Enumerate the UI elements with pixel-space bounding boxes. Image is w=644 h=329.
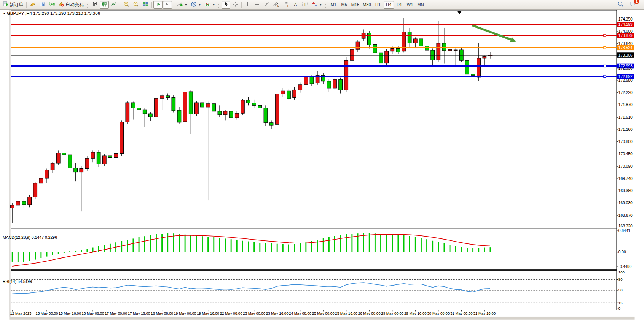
timeframe-button-MN[interactable]: MN [416,1,426,9]
svg-text:16 May 08:00: 16 May 08:00 [82,311,104,315]
chart-canvas[interactable]: 174.193173.879173.524172.993172.692173.3… [0,10,644,329]
timeframe-button-M5[interactable]: M5 [339,1,349,9]
timeframe-button-H1[interactable]: H1 [373,1,383,9]
svg-text:171.870: 171.870 [618,103,633,107]
separator [174,2,174,8]
periods-button[interactable]: ▼ [189,1,202,9]
autotrading-button[interactable]: 自动交易 [57,1,85,9]
separator [241,2,242,8]
timeframe-group: M1M5M15M30H1H4D1W1MN [328,1,426,9]
svg-text:172.930: 172.930 [618,66,633,70]
svg-text:22 May 08:00: 22 May 08:00 [220,311,242,315]
fibonacci-icon: F [283,1,289,8]
toolbar-group-handle[interactable] [325,2,327,8]
svg-text:31 May 16:00: 31 May 16:00 [473,311,496,315]
collapse-triangle-icon[interactable]: ▼ [3,12,6,15]
tile-windows-button[interactable] [141,1,150,9]
chart-title: ▼GBPJPY-,H4 173.290 173.393 173.210 173.… [3,11,100,16]
notifications-button[interactable]: 1 [628,1,638,9]
svg-text:174.350: 174.350 [618,17,633,21]
chart-template-icon [204,1,211,8]
svg-text:173.879: 173.879 [618,33,633,38]
timeframe-button-D1[interactable]: D1 [394,1,405,9]
price-tag-174.193: 174.193 [617,22,634,27]
styler-button[interactable] [28,1,37,9]
vertical-line-icon [245,1,250,8]
svg-text:169.380: 169.380 [618,189,633,193]
svg-text:-0.4499: -0.4499 [618,265,632,269]
svg-text:174.000: 174.000 [618,29,633,33]
profile-button[interactable] [38,1,47,9]
auto-scroll-button[interactable] [153,1,163,9]
svg-text:25 May 00:00: 25 May 00:00 [312,311,335,315]
equidistant-channel-tool-button[interactable]: E [271,1,281,9]
tile-windows-icon [142,1,148,8]
timeframe-button-M15[interactable]: M15 [350,1,361,9]
zoom-out-icon [133,1,139,8]
autotrading-label: 自动交易 [65,2,84,8]
market-watch-signal-button[interactable] [47,1,56,9]
svg-text:168.320: 168.320 [618,224,633,228]
arrows-tool-button[interactable]: ▼ [310,1,324,9]
svg-text:171.510: 171.510 [618,115,633,119]
zoom-in-button[interactable] [122,1,131,9]
svg-text:17 May 00:00: 17 May 00:00 [105,311,127,315]
toolbar-group-handle[interactable] [87,2,89,8]
equidistant-channel-icon: E [273,1,279,8]
line-chart-icon [111,1,117,8]
chart-shift-button[interactable] [163,1,172,9]
line-chart-button[interactable] [109,1,118,9]
timeframe-button-M1[interactable]: M1 [328,1,339,9]
timeframe-button-M30[interactable]: M30 [361,1,372,9]
toolbar-right-group: 1 [616,1,638,9]
search-button[interactable] [616,1,625,9]
horizontal-line-tool-button[interactable] [252,1,261,9]
new-order-button[interactable]: 新订单 [1,1,25,9]
svg-text:T: T [304,2,306,6]
svg-text:169.030: 169.030 [618,201,633,205]
svg-text:80: 80 [618,277,623,281]
crosshair-icon [232,1,238,8]
chart-window[interactable]: 174.193173.879173.524172.993172.692173.3… [0,10,644,329]
templates-button[interactable]: ▼ [203,1,217,9]
bar-chart-button[interactable] [90,1,99,9]
separator [120,2,120,8]
signal-waves-icon [49,1,55,8]
price-tag-173.879: 173.879 [617,33,634,38]
crosshair-tool-button[interactable] [231,1,240,9]
svg-text:173.306: 173.306 [618,53,633,57]
text-tool-button[interactable]: A [291,1,300,9]
auto-scroll-icon [155,1,161,8]
timeframe-button-H4[interactable]: H4 [384,1,394,9]
vertical-line-tool-button[interactable] [243,1,252,9]
svg-text:19 May 00:00: 19 May 00:00 [174,311,196,315]
indicators-button[interactable]: ▼ [175,1,189,9]
timeframe-button-W1[interactable]: W1 [405,1,415,9]
arrow-objects-icon [312,1,318,8]
svg-text:30 May 08:00: 30 May 08:00 [427,311,450,315]
svg-text:29 May 00:00: 29 May 00:00 [381,311,403,315]
svg-text:12 May 2023: 12 May 2023 [10,311,31,315]
new-order-label: 新订单 [10,2,23,8]
trendline-tool-button[interactable] [262,1,271,9]
cursor-tool-button[interactable] [222,1,230,9]
autotrading-icon [58,1,64,8]
text-label-tool-button[interactable]: T [300,1,310,9]
svg-text:24 May 08:00: 24 May 08:00 [289,311,311,315]
svg-text:168.670: 168.670 [618,213,633,218]
chart-profile-icon [39,1,45,8]
new-order-icon [3,1,8,8]
candlestick-chart-icon [101,1,107,8]
price-tag-173.524: 173.524 [617,45,634,50]
fibonacci-tool-button[interactable]: F [281,1,291,9]
clock-icon [191,1,197,8]
zoom-out-button[interactable] [131,1,140,9]
svg-text:F: F [287,5,289,7]
svg-text:173.640: 173.640 [618,41,633,46]
current-price-tag: 173.306 [617,52,634,58]
svg-text:23 May 16:00: 23 May 16:00 [266,311,289,315]
svg-text:171.160: 171.160 [618,127,633,132]
candlestick-chart-button[interactable] [100,1,109,9]
toolbar-group-handle[interactable] [218,2,220,8]
svg-text:31 May 00:00: 31 May 00:00 [450,311,473,315]
